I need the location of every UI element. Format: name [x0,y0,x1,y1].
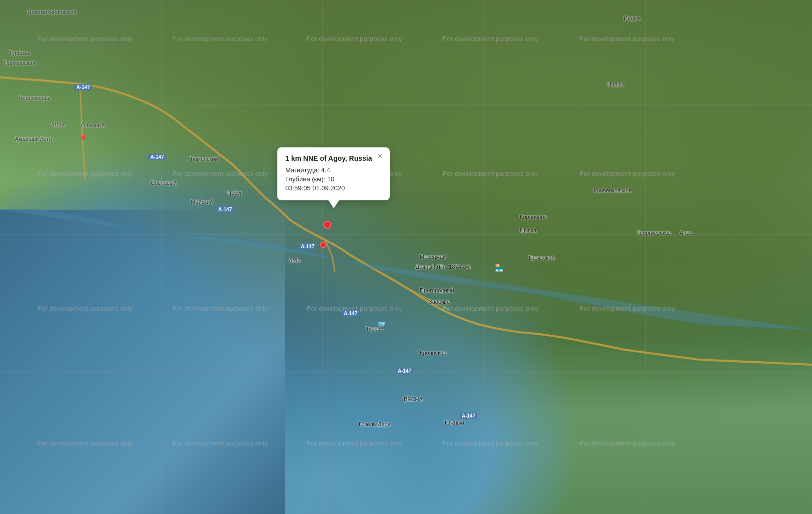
city-label-c8: Аквапарк Лето [15,136,52,142]
tuapse-icon: 🏙️ [378,322,385,329]
road-label-r1: А-147 [74,84,92,90]
road-label-r6: А-147 [460,413,477,419]
city-label-c29: Анас... [680,230,697,236]
poi-marker: 📍 [77,134,88,145]
road-label-r2: А-147 [148,154,166,160]
city-label-c26: Гизель-Дере [359,421,391,427]
city-label-c3: Турбазы [9,50,30,56]
city-label-c22: Пригородный [420,287,454,293]
city-label-c30: ВЕСНА [404,396,423,402]
city-label-c9: Тюменский [190,156,218,162]
map-terrain [0,0,812,514]
city-label-c6: Агрия [51,121,66,127]
city-label-c5: Черноморье [19,95,50,101]
city-label-c16: Кривенковское [594,187,632,193]
popup-depth: Глубина (км): 10 [285,175,382,183]
city-label-c15: Кирпичное [520,214,547,220]
city-label-c17: Георгиевское [637,230,671,236]
earthquake-marker-2[interactable] [320,242,327,248]
city-label-c27: Южный [445,420,464,426]
city-label-c21: Дачный (Пл. 1874 км) [416,264,471,270]
city-label-c1: Новомихайловский [27,9,76,15]
depth-value-text: 10 [327,175,334,183]
city-label-c18: Цыпка [520,227,536,233]
popup-title: 1 km NNE of Agoy, Russia [285,154,382,162]
city-label-c14: Агой [289,257,300,263]
city-label-c19: Греческий [529,255,555,261]
city-label-c7: Ольгинка [81,122,105,128]
popup-time: 03:59:05 01.09.2020 [285,184,382,192]
road-label-r4: А-147 [299,243,316,250]
road-label-r7: А-147 [396,368,413,374]
city-label-c25: Кроянское [420,350,446,356]
depth-label: Глубина (км): [285,175,325,183]
popup-close-button[interactable]: × [375,151,385,161]
map-container: For development purposes onlyFor develop… [0,0,812,514]
city-label-c20: Мессажай [420,254,446,260]
road-label-r5: А-147 [342,310,359,317]
city-label-c4: Приморская [4,60,35,66]
city-label-c12: Небуг [227,190,242,196]
road-label-r3: А-147 [216,206,234,213]
city-label-c13: Майский [191,199,213,205]
magnitude-value-text: 4.4 [321,166,330,174]
city-label-c23: Заречье [429,299,450,305]
city-label-c28: Индюк [607,81,624,87]
magnitude-label: Магнитуда: [285,166,319,174]
popup-magnitude: Магнитуда: 4.4 [285,166,382,174]
city-label-c11: Сосновый [151,180,177,186]
earthquake-marker-1[interactable] [323,221,331,229]
earthquake-popup: × 1 km NNE of Agoy, Russia Магнитуда: 4.… [277,147,390,200]
shop-icon: 🏪 [495,264,503,272]
city-label-c2: Индюк [624,15,640,21]
